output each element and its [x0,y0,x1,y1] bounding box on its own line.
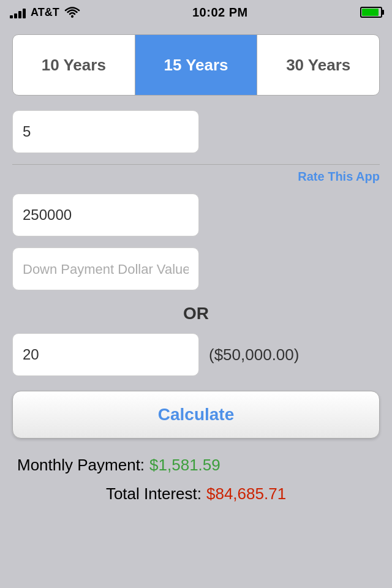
divider [12,164,380,165]
down-payment-percent-input[interactable] [12,333,199,376]
monthly-payment-label: Monthly Payment: [17,456,145,475]
down-payment-dollar-input[interactable] [12,247,199,290]
total-interest-row: Total Interest: $84,685.71 [17,484,375,503]
svg-point-0 [71,15,74,18]
results-section: Monthly Payment: $1,581.59 Total Interes… [12,456,380,503]
status-bar: AT&T 10:02 PM [0,0,392,24]
battery-icon [360,7,382,18]
monthly-payment-value: $1,581.59 [149,456,221,475]
carrier-label: AT&T [31,6,59,19]
percent-row: ($50,000.00) [12,333,380,376]
status-time: 10:02 PM [192,6,248,20]
status-left: AT&T [10,6,80,19]
monthly-payment-row: Monthly Payment: $1,581.59 [17,456,375,475]
signal-icon [10,6,26,18]
status-right [360,7,382,18]
total-interest-value: $84,685.71 [206,484,286,503]
or-label: OR [12,304,380,323]
home-price-input[interactable] [12,194,199,236]
tab-10-years[interactable]: 10 Years [13,35,135,95]
tab-30-years[interactable]: 30 Years [257,35,379,95]
year-selector[interactable]: 10 Years 15 Years 30 Years [12,34,380,96]
tab-15-years[interactable]: 15 Years [135,35,258,95]
interest-rate-input[interactable] [12,110,199,153]
down-payment-computed: ($50,000.00) [209,345,299,364]
calculate-button[interactable]: Calculate [12,391,380,439]
total-interest-label: Total Interest: [106,484,202,503]
wifi-icon [64,6,80,18]
main-content: 10 Years 15 Years 30 Years Rate This App… [0,24,392,523]
rate-app-link[interactable]: Rate This App [12,170,380,184]
